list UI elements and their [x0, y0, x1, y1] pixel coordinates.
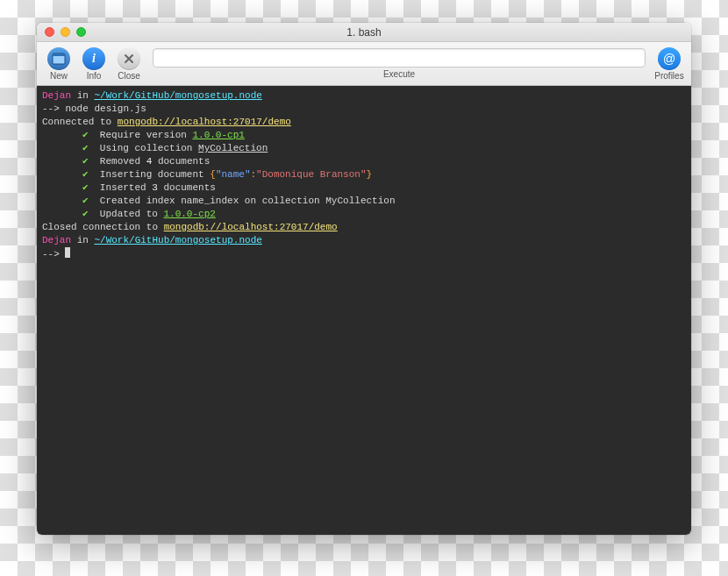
- toolbar: New i Info Close Execute @ Profiles: [37, 42, 691, 86]
- check-icon: ✔: [82, 182, 89, 193]
- new-terminal-icon: [47, 47, 70, 70]
- cursor: [65, 247, 70, 258]
- terminal-window: 1. bash New i Info Close Execute: [37, 23, 691, 535]
- window-title: 1. bash: [37, 26, 691, 39]
- check-icon: ✔: [82, 156, 89, 167]
- svg-rect-1: [53, 53, 65, 56]
- close-window-button[interactable]: [45, 27, 54, 37]
- toolbar-left: New i Info Close: [44, 47, 144, 81]
- check-icon: ✔: [82, 169, 89, 180]
- terminal-output[interactable]: Dejan in ~/Work/GitHub/mongosetup.node--…: [37, 86, 691, 535]
- close-icon: [118, 47, 140, 70]
- toolbar-right: @ Profiles: [654, 47, 684, 81]
- titlebar[interactable]: 1. bash: [37, 23, 691, 42]
- check-icon: ✔: [82, 130, 89, 140]
- check-icon: ✔: [82, 143, 89, 153]
- close-button[interactable]: Close: [114, 47, 144, 81]
- execute-label: Execute: [153, 69, 646, 79]
- check-icon: ✔: [82, 196, 89, 206]
- profiles-button[interactable]: @ Profiles: [654, 47, 684, 81]
- traffic-lights: [37, 27, 86, 37]
- zoom-window-button[interactable]: [76, 27, 86, 37]
- info-button[interactable]: i Info: [79, 47, 109, 81]
- close-label: Close: [118, 71, 140, 81]
- minimize-window-button[interactable]: [61, 27, 70, 37]
- connection-url: mongodb://localhost:27017/demo: [118, 117, 291, 127]
- command-input[interactable]: [153, 48, 646, 68]
- new-label: New: [50, 71, 68, 81]
- check-icon: ✔: [82, 209, 89, 219]
- prompt-path: ~/Work/GitHub/mongosetup.node: [94, 90, 261, 101]
- info-icon: i: [82, 47, 105, 70]
- toolbar-center: Execute: [144, 48, 654, 79]
- info-label: Info: [87, 71, 102, 81]
- command-text: node design.js: [65, 103, 146, 114]
- new-button[interactable]: New: [44, 47, 74, 81]
- profiles-label: Profiles: [654, 71, 683, 81]
- prompt-user: Dejan: [42, 90, 71, 101]
- at-icon: @: [658, 47, 681, 70]
